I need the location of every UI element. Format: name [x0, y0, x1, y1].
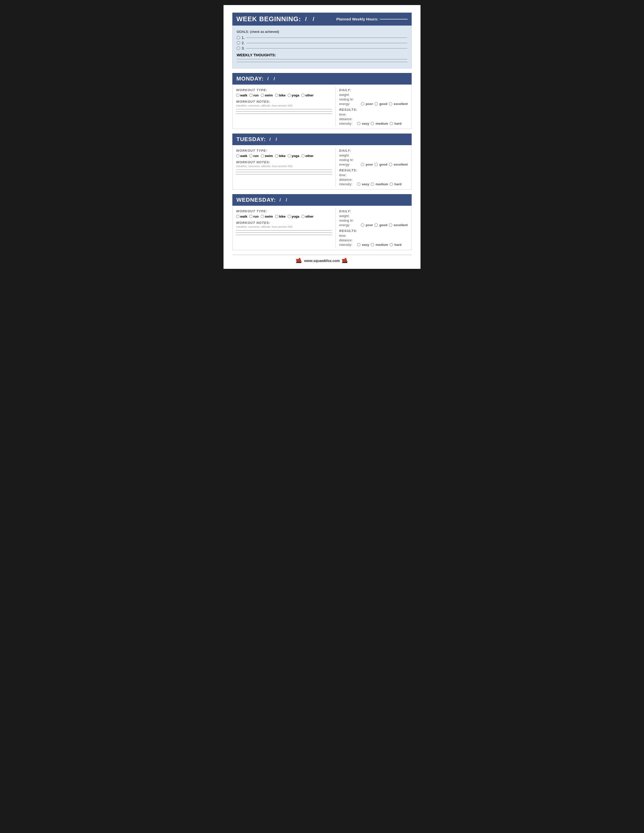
energy-opt-2-1: good: [379, 223, 387, 227]
intensity-circle-2-2[interactable]: [390, 243, 393, 246]
workout-notes-sub-1: (weather, soreness, attitude, how sessio…: [236, 165, 332, 167]
daily-title-1: DAILY:: [339, 149, 408, 153]
resting-hr-label-1: resting hr:: [339, 158, 359, 162]
energy-circle-1-1[interactable]: [375, 163, 378, 166]
distance-row-1: distance:: [339, 178, 408, 182]
intensity-opt-0-1: medium: [375, 122, 388, 125]
intensity-circle-1-1[interactable]: [371, 182, 374, 186]
radio-circle-2-1[interactable]: [249, 215, 253, 218]
slash2: /: [313, 16, 314, 23]
workout-option-0-3[interactable]: bike: [275, 93, 286, 97]
energy-circle-0-0[interactable]: [361, 102, 364, 106]
radio-circle-0-2[interactable]: [261, 94, 264, 97]
workout-option-1-2[interactable]: swim: [261, 154, 273, 158]
radio-circle-0-1[interactable]: [249, 94, 253, 97]
day-header-0: MONDAY: / /: [232, 73, 412, 85]
goal-number-3: 3.: [242, 46, 245, 50]
goal-circle-1[interactable]: [237, 36, 240, 39]
radio-circle-1-4[interactable]: [288, 154, 291, 158]
distance-label-1: distance:: [339, 178, 356, 182]
workout-option-1-5[interactable]: other: [301, 154, 314, 158]
radio-circle-2-4[interactable]: [288, 215, 291, 218]
week-beginning-title: WEEK BEGINNING:: [237, 15, 301, 23]
energy-circle-0-2[interactable]: [389, 102, 392, 106]
radio-circle-0-3[interactable]: [275, 94, 278, 97]
radio-label-2-5: other: [305, 215, 314, 218]
workout-option-0-0[interactable]: walk: [236, 93, 247, 97]
energy-row-1: energy:poorgoodexcellent: [339, 162, 408, 166]
workout-type-options-1: walkrunswimbikeyogaother: [236, 154, 332, 158]
workout-option-2-4[interactable]: yoga: [288, 215, 299, 218]
workout-option-2-5[interactable]: other: [301, 215, 314, 218]
footer-url: www.squawkfox.com: [304, 259, 340, 263]
radio-circle-1-2[interactable]: [261, 154, 264, 158]
intensity-circle-2-0[interactable]: [357, 243, 361, 246]
energy-circle-1-0[interactable]: [361, 163, 364, 166]
radio-circle-0-0[interactable]: [236, 94, 240, 97]
day-slash1-2: /: [280, 198, 281, 203]
day-title-2: WEDNESDAY:: [237, 197, 276, 203]
weight-label-2: weight:: [339, 214, 359, 218]
intensity-circle-2-1[interactable]: [371, 243, 374, 246]
intensity-label-1: intensity:: [339, 182, 356, 186]
energy-row-2: energy:poorgoodexcellent: [339, 223, 408, 227]
workout-option-0-1[interactable]: run: [249, 93, 259, 97]
days-container: MONDAY: / / WORKOUT TYPE:walkrunswimbike…: [232, 73, 412, 250]
radio-label-1-3: bike: [279, 154, 286, 158]
workout-notes-label-0: WORKOUT NOTES:: [236, 100, 332, 103]
intensity-opt-2-1: medium: [375, 243, 388, 247]
energy-circle-2-0[interactable]: [361, 224, 364, 227]
intensity-circle-1-0[interactable]: [357, 182, 361, 186]
day-header-2: WEDNESDAY: / /: [232, 194, 412, 206]
svg-marker-0: [296, 259, 301, 262]
radio-circle-1-1[interactable]: [249, 154, 253, 158]
workout-option-2-1[interactable]: run: [249, 215, 259, 218]
intensity-circle-0-1[interactable]: [371, 122, 374, 125]
workout-option-1-1[interactable]: run: [249, 154, 259, 158]
radio-circle-0-4[interactable]: [288, 94, 291, 97]
energy-circle-1-2[interactable]: [389, 163, 392, 166]
intensity-circle-0-0[interactable]: [357, 122, 361, 125]
radio-label-2-4: yoga: [292, 215, 299, 218]
workout-option-2-2[interactable]: swim: [261, 215, 273, 218]
day-slash2-0: /: [274, 76, 275, 82]
workout-option-0-4[interactable]: yoga: [288, 93, 299, 97]
svg-marker-5: [345, 258, 346, 259]
intensity-circle-1-2[interactable]: [390, 182, 393, 186]
energy-circle-0-1[interactable]: [375, 102, 378, 106]
radio-circle-1-0[interactable]: [236, 154, 240, 158]
radio-label-2-3: bike: [279, 215, 286, 218]
resting-hr-row-1: resting hr:: [339, 158, 408, 162]
workout-option-0-2[interactable]: swim: [261, 93, 273, 97]
workout-type-label-0: WORKOUT TYPE:: [236, 88, 332, 92]
radio-circle-1-5[interactable]: [301, 154, 304, 158]
energy-circle-2-2[interactable]: [389, 224, 392, 227]
resting-hr-label-0: resting hr:: [339, 97, 359, 101]
day-section-1: TUESDAY: / / WORKOUT TYPE:walkrunswimbik…: [232, 133, 412, 190]
daily-title-0: DAILY:: [339, 88, 408, 92]
time-row-1: time:: [339, 173, 408, 177]
workout-option-2-3[interactable]: bike: [275, 215, 286, 218]
goal-circle-2[interactable]: [237, 41, 240, 45]
radio-circle-0-5[interactable]: [301, 94, 304, 97]
radio-circle-2-5[interactable]: [301, 215, 304, 218]
radio-label-1-0: walk: [240, 154, 247, 158]
workout-option-2-0[interactable]: walk: [236, 215, 247, 218]
goal-circle-3[interactable]: [237, 47, 240, 50]
day-body-2: WORKOUT TYPE:walkrunswimbikeyogaotherWOR…: [232, 206, 412, 250]
radio-circle-2-3[interactable]: [275, 215, 278, 218]
intensity-circle-0-2[interactable]: [390, 122, 393, 125]
energy-circle-2-1[interactable]: [375, 224, 378, 227]
workout-option-1-0[interactable]: walk: [236, 154, 247, 158]
intensity-opt-2-0: easy: [362, 243, 369, 247]
goal-line-3: [246, 48, 407, 48]
day-section-2: WEDNESDAY: / / WORKOUT TYPE:walkrunswimb…: [232, 194, 412, 250]
weight-label-1: weight:: [339, 153, 359, 157]
page: WEEK BEGINNING: / / Planned Weekly Hours…: [224, 5, 420, 269]
radio-circle-2-2[interactable]: [261, 215, 264, 218]
radio-circle-2-0[interactable]: [236, 215, 240, 218]
radio-circle-1-3[interactable]: [275, 154, 278, 158]
workout-option-1-4[interactable]: yoga: [288, 154, 299, 158]
workout-option-1-3[interactable]: bike: [275, 154, 286, 158]
workout-option-0-5[interactable]: other: [301, 93, 314, 97]
